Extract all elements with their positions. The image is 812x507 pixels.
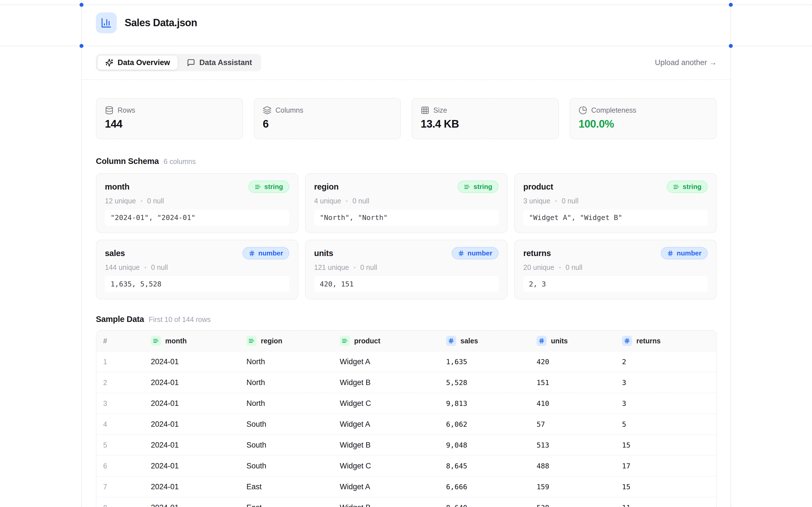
header-units: units	[537, 336, 622, 346]
content-column: Sales Data.json Data Overview Data Assis…	[82, 0, 731, 507]
header-index: #	[103, 337, 151, 345]
dot-separator	[555, 200, 557, 202]
stat-value: 13.4 KB	[421, 118, 550, 130]
hash-icon	[448, 338, 454, 344]
stat-label: Rows	[117, 106, 135, 114]
null-count: 0 null	[566, 263, 582, 272]
sample-section-heading: Sample Data First 10 of 144 rows	[96, 315, 717, 324]
schema-grid: month string 12 unique 0 null "2024-01",…	[96, 173, 717, 299]
stat-card-columns: Columns 6	[254, 98, 401, 139]
null-count: 0 null	[147, 197, 164, 205]
unique-count: 144 unique	[105, 263, 140, 272]
text-lines-icon	[342, 338, 348, 344]
hash-icon	[624, 338, 630, 344]
schema-card-product: product string 3 unique 0 null "Widget A…	[514, 173, 717, 233]
null-count: 0 null	[360, 263, 377, 272]
text-lines-icon	[464, 184, 470, 190]
string-type-chip	[246, 336, 257, 346]
sparkles-icon	[105, 59, 113, 67]
type-badge-number: number	[243, 247, 289, 260]
number-type-chip	[537, 336, 547, 346]
tab-bar: Data Overview Data Assistant	[96, 54, 261, 71]
column-name: units	[314, 249, 333, 258]
unique-count: 3 unique	[523, 197, 550, 205]
null-count: 0 null	[352, 197, 369, 205]
hash-icon	[539, 338, 545, 344]
sample-values: 1,635, 5,528	[105, 276, 289, 292]
unique-count: 20 unique	[523, 263, 554, 272]
main-content: Rows 144 Columns 6 Size 13.4	[82, 98, 731, 507]
table-row: 4 2024-01 South Widget A 6,062 57 5	[96, 413, 716, 434]
schema-card-returns: returns number 20 unique 0 null 2, 3	[514, 240, 717, 299]
section-note: First 10 of 144 rows	[149, 316, 211, 324]
table-row: 3 2024-01 North Widget C 9,813 410 3	[96, 393, 716, 413]
sample-data-table: # month region product	[96, 330, 717, 507]
header-region: region	[246, 336, 340, 346]
table-body: 1 2024-01 North Widget A 1,635 420 2 2 2…	[96, 351, 716, 507]
sample-values: "North", "North"	[314, 210, 499, 226]
number-type-chip	[622, 336, 632, 346]
dot-separator	[145, 267, 146, 269]
layers-icon	[263, 106, 271, 115]
null-count: 0 null	[151, 263, 168, 272]
tab-label: Data Overview	[117, 58, 170, 67]
table-row: 6 2024-01 South Widget C 8,645 488 17	[96, 455, 716, 476]
tab-data-assistant[interactable]: Data Assistant	[179, 55, 260, 70]
stat-label: Size	[434, 106, 447, 114]
table-row: 1 2024-01 North Widget A 1,635 420 2	[96, 351, 716, 372]
column-name: region	[314, 182, 339, 191]
section-note: 6 columns	[163, 158, 196, 166]
column-name: sales	[105, 249, 125, 258]
table-icon	[421, 106, 429, 115]
type-badge-number: number	[452, 247, 499, 260]
null-count: 0 null	[562, 197, 578, 205]
hash-icon	[667, 250, 673, 257]
upload-another-link[interactable]: Upload another →	[655, 58, 717, 67]
hash-icon	[458, 250, 464, 257]
stat-value: 144	[105, 118, 234, 130]
page-title: Sales Data.json	[124, 17, 197, 29]
sample-values: "2024-01", "2024-01"	[105, 210, 289, 226]
schema-card-region: region string 4 unique 0 null "North", "…	[305, 173, 507, 233]
stat-label: Completeness	[591, 106, 637, 114]
string-type-chip	[340, 336, 350, 346]
sample-values: 2, 3	[523, 276, 708, 292]
dot-separator	[354, 267, 356, 269]
dot-separator	[141, 200, 142, 202]
sample-values: "Widget A", "Widget B"	[523, 210, 708, 226]
message-square-icon	[187, 59, 195, 67]
unique-count: 12 unique	[105, 197, 136, 205]
header-returns: returns	[622, 336, 716, 346]
stat-value: 6	[263, 118, 392, 130]
schema-section-heading: Column Schema 6 columns	[96, 157, 717, 166]
header-sales: sales	[446, 336, 537, 346]
type-badge-string: string	[458, 180, 499, 193]
string-type-chip	[151, 336, 161, 346]
stat-card-rows: Rows 144	[96, 98, 243, 139]
tab-label: Data Assistant	[199, 58, 252, 67]
type-badge-number: number	[661, 247, 708, 260]
hash-icon	[249, 250, 255, 257]
tab-data-overview[interactable]: Data Overview	[97, 55, 178, 70]
text-lines-icon	[673, 184, 679, 190]
dot-separator	[346, 200, 348, 202]
text-lines-icon	[248, 338, 255, 344]
schema-card-month: month string 12 unique 0 null "2024-01",…	[96, 173, 298, 233]
header-month: month	[151, 336, 246, 346]
number-type-chip	[446, 336, 456, 346]
text-lines-icon	[255, 184, 261, 190]
schema-card-units: units number 121 unique 0 null 420, 151	[305, 240, 507, 299]
text-lines-icon	[153, 338, 159, 344]
toolbar-row: Data Overview Data Assistant Upload anot…	[82, 46, 731, 80]
stat-card-size: Size 13.4 KB	[412, 98, 559, 139]
page: Sales Data.json Data Overview Data Assis…	[0, 0, 812, 507]
dot-separator	[559, 267, 561, 269]
sample-values: 420, 151	[314, 276, 499, 292]
column-name: month	[105, 182, 130, 191]
stat-card-completeness: Completeness 100.0%	[569, 98, 717, 139]
file-header: Sales Data.json	[82, 0, 731, 46]
column-name: product	[523, 182, 553, 191]
unique-count: 121 unique	[314, 263, 349, 272]
stat-label: Columns	[275, 106, 303, 114]
schema-card-sales: sales number 144 unique 0 null 1,635, 5,…	[96, 240, 298, 299]
